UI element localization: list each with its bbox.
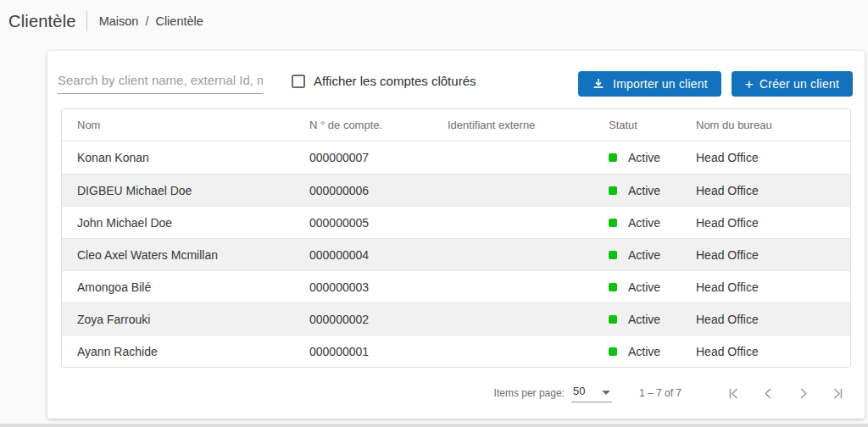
table-row[interactable]: Cleo Axel Waters Mcmillan 000000004 Acti… [62, 238, 850, 270]
title-divider [86, 11, 87, 31]
account-number-cell: 000000002 [309, 313, 448, 326]
client-name-cell: Ayann Rachide [62, 345, 309, 358]
status-cell: Active [609, 280, 696, 294]
status-active-dot [609, 315, 617, 324]
status-active-dot [609, 186, 617, 195]
account-number-cell: 000000005 [309, 216, 448, 230]
table-header-row: Nom N ° de compte. Identifiant externe S… [62, 109, 850, 141]
client-name-cell: John Michael Doe [62, 216, 309, 230]
page-range-label: 1 – 7 of 7 [639, 387, 682, 399]
status-label: Active [628, 248, 660, 262]
column-header-account: N ° de compte. [309, 119, 448, 131]
breadcrumb: Maison / Clientèle [99, 14, 203, 28]
office-cell: Head Office [696, 345, 850, 358]
office-cell: Head Office [696, 248, 850, 262]
toolbar: Afficher les comptes clôturés Importer u… [58, 51, 853, 108]
client-name-cell: Konan Konan [62, 151, 309, 164]
create-client-button-label: Créer un client [760, 77, 839, 91]
status-cell: Active [609, 313, 696, 326]
last-page-button[interactable] [830, 385, 846, 402]
status-cell: Active [609, 151, 696, 164]
search-input[interactable] [58, 71, 263, 94]
table-row[interactable]: Konan Konan 000000007 Active Head Office [62, 141, 850, 174]
client-name-cell: Zoya Farrouki [62, 313, 309, 326]
breadcrumb-home-link[interactable]: Maison [99, 14, 139, 28]
breadcrumb-current: Clientèle [155, 14, 203, 28]
status-cell: Active [609, 248, 696, 262]
closed-accounts-checkbox-group: Afficher les comptes clôturés [292, 74, 476, 88]
table-row[interactable]: Zoya Farrouki 000000002 Active Head Offi… [62, 302, 850, 335]
import-client-button[interactable]: Importer un client [578, 71, 721, 97]
column-header-status: Statut [609, 119, 696, 131]
closed-accounts-checkbox-label: Afficher les comptes clôturés [314, 74, 476, 88]
breadcrumb-separator: / [145, 14, 148, 28]
column-header-office: Nom du bureau [696, 119, 850, 131]
create-client-button[interactable]: + Créer un client [732, 71, 853, 97]
previous-page-button[interactable] [760, 385, 776, 402]
next-page-button[interactable] [795, 385, 811, 402]
dropdown-arrow-icon [602, 391, 610, 395]
account-number-cell: 000000007 [309, 151, 448, 164]
status-label: Active [628, 345, 660, 358]
office-cell: Head Office [696, 216, 850, 230]
first-page-icon [726, 385, 742, 402]
status-label: Active [628, 216, 660, 230]
page-title: Clientèle [8, 12, 76, 31]
paginator: Items per page: 50 1 – 7 of 7 [47, 368, 846, 419]
first-page-button[interactable] [726, 385, 742, 402]
account-number-cell: 000000006 [309, 184, 448, 197]
office-cell: Head Office [696, 184, 850, 197]
account-number-cell: 000000001 [309, 345, 448, 358]
status-label: Active [628, 280, 660, 294]
table-row[interactable]: Ayann Rachide 000000001 Active Head Offi… [62, 335, 850, 367]
status-cell: Active [609, 345, 696, 358]
download-icon [592, 77, 605, 91]
status-active-dot [609, 219, 617, 227]
column-header-name: Nom [62, 119, 309, 131]
account-number-cell: 000000004 [309, 248, 448, 262]
page-size-select[interactable]: 50 [571, 385, 612, 402]
page-header: Clientèle Maison / Clientèle [8, 10, 203, 32]
page-size-value: 50 [573, 385, 585, 397]
plus-icon: + [745, 77, 754, 92]
status-active-dot [609, 347, 617, 356]
status-label: Active [628, 313, 660, 326]
column-header-external-id: Identifiant externe [448, 119, 609, 131]
clients-card: Afficher les comptes clôturés Importer u… [47, 51, 865, 419]
status-active-dot [609, 251, 617, 259]
clients-table: Nom N ° de compte. Identifiant externe S… [61, 108, 851, 368]
status-label: Active [628, 151, 660, 164]
client-name-cell: Cleo Axel Waters Mcmillan [62, 248, 309, 262]
table-body: Konan Konan 000000007 Active Head Office… [62, 141, 850, 367]
status-cell: Active [609, 216, 696, 230]
status-active-dot [609, 153, 617, 162]
table-row[interactable]: John Michael Doe 000000005 Active Head O… [62, 206, 850, 238]
table-row[interactable]: Amongoa Bilé 000000003 Active Head Offic… [62, 270, 850, 302]
status-active-dot [609, 283, 617, 291]
office-cell: Head Office [696, 280, 850, 294]
office-cell: Head Office [696, 313, 850, 326]
import-client-button-label: Importer un client [613, 77, 708, 91]
office-cell: Head Office [696, 151, 850, 164]
status-cell: Active [609, 184, 696, 197]
closed-accounts-checkbox[interactable] [292, 75, 305, 88]
items-per-page-label: Items per page: [494, 387, 565, 399]
account-number-cell: 000000003 [309, 280, 448, 294]
table-row[interactable]: DIGBEU Michael Doe 000000006 Active Head… [62, 174, 850, 206]
chevron-right-icon [795, 385, 811, 402]
bottom-strip [0, 424, 868, 427]
status-label: Active [628, 184, 660, 197]
last-page-icon [830, 385, 846, 402]
chevron-left-icon [760, 385, 776, 402]
client-name-cell: Amongoa Bilé [62, 280, 309, 294]
client-name-cell: DIGBEU Michael Doe [62, 184, 309, 197]
